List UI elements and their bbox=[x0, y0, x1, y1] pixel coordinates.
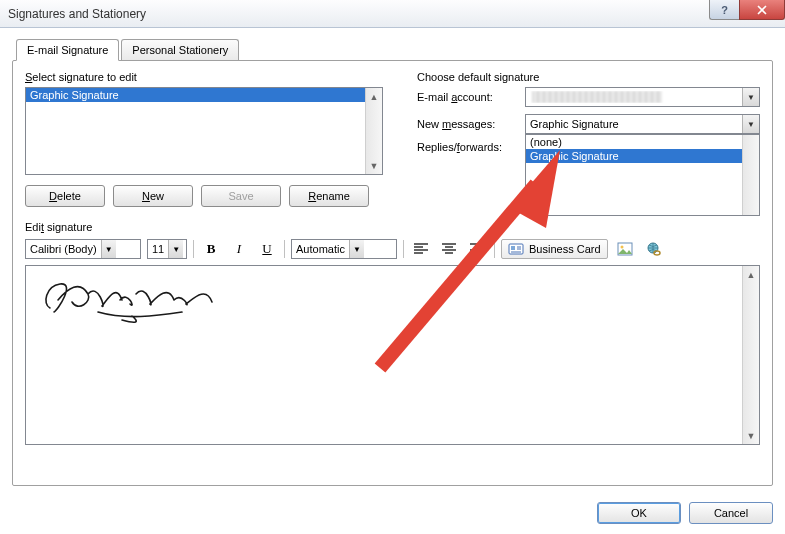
close-button[interactable] bbox=[739, 0, 785, 20]
picture-icon bbox=[617, 241, 633, 257]
close-icon bbox=[757, 5, 767, 15]
tab-panel: Select signature to edit Graphic Signatu… bbox=[12, 60, 773, 486]
underline-button[interactable]: U bbox=[256, 239, 278, 259]
font-color-dropdown[interactable]: Automatic▼ bbox=[291, 239, 397, 259]
globe-link-icon bbox=[645, 241, 661, 257]
chevron-down-icon: ▼ bbox=[101, 240, 116, 258]
edit-signature-label: Edit signature bbox=[25, 221, 760, 233]
save-button[interactable]: Save bbox=[201, 185, 281, 207]
scroll-down-icon[interactable]: ▼ bbox=[366, 157, 382, 174]
new-messages-popup: (none) Graphic Signature bbox=[525, 134, 760, 216]
font-size-dropdown[interactable]: 11▼ bbox=[147, 239, 187, 259]
svg-rect-1 bbox=[511, 246, 515, 250]
align-left-icon bbox=[413, 241, 429, 257]
bold-button[interactable]: B bbox=[200, 239, 222, 259]
align-right-icon bbox=[469, 241, 485, 257]
new-button[interactable]: New bbox=[113, 185, 193, 207]
window-controls: ? bbox=[709, 0, 785, 20]
popup-scrollbar[interactable] bbox=[742, 135, 759, 215]
delete-button[interactable]: Delete bbox=[25, 185, 105, 207]
chevron-down-icon: ▼ bbox=[349, 240, 364, 258]
font-family-dropdown[interactable]: Calibri (Body)▼ bbox=[25, 239, 141, 259]
list-item[interactable]: Graphic Signature bbox=[26, 88, 365, 102]
dropdown-option-none[interactable]: (none) bbox=[526, 135, 742, 149]
dialog-content: E-mail Signature Personal Stationery Sel… bbox=[0, 28, 785, 534]
dialog-footer: OK Cancel bbox=[597, 502, 773, 524]
select-signature-label: Select signature to edit bbox=[25, 71, 395, 83]
align-left-button[interactable] bbox=[410, 239, 432, 259]
scroll-down-icon[interactable]: ▼ bbox=[743, 427, 759, 444]
italic-button[interactable]: I bbox=[228, 239, 250, 259]
insert-hyperlink-button[interactable] bbox=[642, 239, 664, 259]
signature-editor[interactable]: ▲ ▼ bbox=[25, 265, 760, 445]
titlebar: Signatures and Stationery ? bbox=[0, 0, 785, 28]
chevron-down-icon[interactable]: ▼ bbox=[742, 88, 759, 106]
separator bbox=[403, 240, 404, 258]
help-button[interactable]: ? bbox=[709, 0, 739, 20]
tab-personal-stationery[interactable]: Personal Stationery bbox=[121, 39, 239, 61]
scroll-up-icon[interactable]: ▲ bbox=[366, 88, 382, 105]
rename-button[interactable]: Rename bbox=[289, 185, 369, 207]
separator bbox=[494, 240, 495, 258]
separator bbox=[193, 240, 194, 258]
business-card-button[interactable]: Business Card bbox=[501, 239, 608, 259]
svg-point-3 bbox=[620, 246, 623, 249]
editor-canvas[interactable] bbox=[26, 266, 742, 444]
editor-scrollbar[interactable]: ▲ ▼ bbox=[742, 266, 759, 444]
separator bbox=[284, 240, 285, 258]
email-account-label: E-mail account: bbox=[417, 91, 517, 103]
choose-default-label: Choose default signature bbox=[417, 71, 760, 83]
email-account-dropdown[interactable]: ▼ bbox=[525, 87, 760, 107]
tab-strip: E-mail Signature Personal Stationery bbox=[12, 38, 773, 60]
editor-toolbar: Calibri (Body)▼ 11▼ B I U Automatic▼ bbox=[25, 237, 760, 261]
align-right-button[interactable] bbox=[466, 239, 488, 259]
dropdown-option-graphic[interactable]: Graphic Signature bbox=[526, 149, 742, 163]
ok-button[interactable]: OK bbox=[597, 502, 681, 524]
align-center-icon bbox=[441, 241, 457, 257]
replies-forwards-label: Replies/forwards: bbox=[417, 141, 517, 153]
chevron-down-icon: ▼ bbox=[168, 240, 183, 258]
new-messages-dropdown[interactable]: Graphic Signature ▼ (none) Graphic Signa… bbox=[525, 114, 760, 134]
window-title: Signatures and Stationery bbox=[8, 7, 146, 21]
signature-graphic bbox=[36, 272, 226, 324]
scroll-up-icon[interactable]: ▲ bbox=[743, 266, 759, 283]
tab-email-signature[interactable]: E-mail Signature bbox=[16, 39, 119, 61]
signature-listbox[interactable]: Graphic Signature ▲ ▼ bbox=[25, 87, 383, 175]
insert-picture-button[interactable] bbox=[614, 239, 636, 259]
align-center-button[interactable] bbox=[438, 239, 460, 259]
email-blurred-value bbox=[532, 91, 662, 103]
card-icon bbox=[508, 241, 524, 257]
listbox-scrollbar[interactable]: ▲ ▼ bbox=[365, 88, 382, 174]
new-messages-label: New messages: bbox=[417, 118, 517, 130]
cancel-button[interactable]: Cancel bbox=[689, 502, 773, 524]
chevron-down-icon[interactable]: ▼ bbox=[742, 115, 759, 133]
